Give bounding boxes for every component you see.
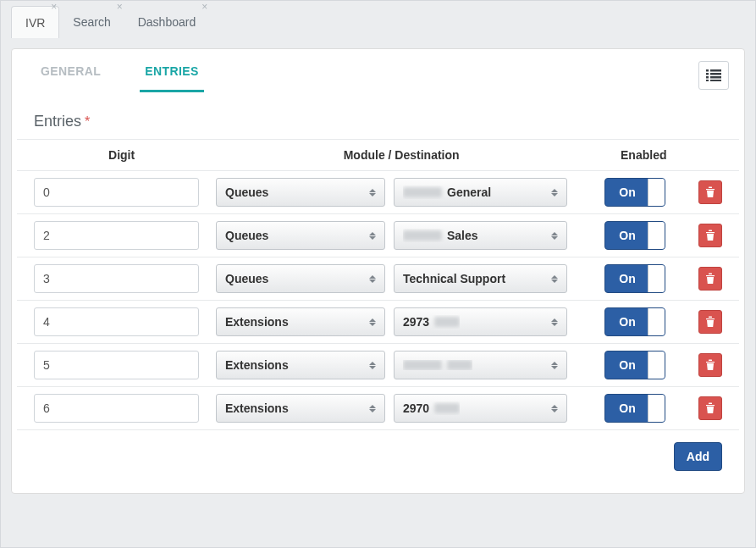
module-select[interactable]: Queues bbox=[216, 178, 385, 207]
enabled-toggle[interactable]: On bbox=[604, 221, 665, 250]
chevron-updown-icon bbox=[369, 229, 379, 242]
required-star: * bbox=[85, 114, 90, 130]
close-icon[interactable]: × bbox=[117, 2, 123, 12]
digit-input[interactable] bbox=[34, 351, 199, 379]
svg-rect-14 bbox=[709, 230, 712, 232]
svg-rect-29 bbox=[709, 360, 712, 362]
svg-rect-32 bbox=[711, 364, 712, 368]
svg-rect-5 bbox=[710, 76, 721, 79]
list-icon bbox=[706, 69, 721, 81]
svg-rect-23 bbox=[706, 318, 715, 319]
module-select[interactable]: Extensions bbox=[216, 351, 385, 379]
chevron-updown-icon bbox=[551, 229, 561, 242]
toggle-knob bbox=[648, 265, 665, 292]
digit-input[interactable] bbox=[34, 221, 199, 250]
digit-input[interactable] bbox=[34, 264, 199, 293]
toggle-label: On bbox=[605, 315, 649, 329]
module-select-label: Extensions bbox=[225, 358, 289, 372]
redacted-text bbox=[434, 317, 460, 327]
svg-rect-21 bbox=[710, 278, 711, 282]
tab-general[interactable]: GENERAL bbox=[36, 64, 106, 92]
enabled-toggle[interactable]: On bbox=[604, 178, 665, 207]
module-select[interactable]: Extensions bbox=[216, 394, 385, 423]
destination-select-label: Sales bbox=[403, 229, 478, 242]
table-row: QueuesSalesOn bbox=[17, 214, 739, 257]
tab-entries[interactable]: ENTRIES bbox=[140, 64, 203, 92]
section-title: Entries bbox=[34, 113, 81, 130]
destination-select[interactable]: General bbox=[394, 178, 567, 207]
top-tab-ivr[interactable]: IVR× bbox=[11, 6, 59, 38]
trash-icon bbox=[705, 402, 715, 414]
toggle-knob bbox=[648, 222, 665, 249]
app-frame: IVR×Search×Dashboard× GENERAL ENTRIES bbox=[0, 0, 756, 548]
toggle-label: On bbox=[605, 229, 649, 242]
list-view-button[interactable] bbox=[698, 61, 729, 90]
svg-rect-15 bbox=[709, 235, 709, 239]
top-tab-dashboard[interactable]: Dashboard× bbox=[124, 6, 210, 38]
svg-rect-0 bbox=[706, 69, 709, 72]
module-select[interactable]: Queues bbox=[216, 264, 385, 293]
destination-select[interactable]: Sales bbox=[394, 221, 567, 250]
svg-rect-33 bbox=[706, 405, 715, 406]
module-select[interactable]: Queues bbox=[216, 221, 385, 250]
destination-select[interactable] bbox=[394, 351, 567, 379]
delete-button[interactable] bbox=[698, 310, 722, 334]
delete-button[interactable] bbox=[698, 396, 722, 420]
chevron-updown-icon bbox=[551, 185, 561, 199]
svg-rect-31 bbox=[710, 364, 711, 368]
header-digit: Digit bbox=[34, 148, 209, 162]
destination-text: 2973 bbox=[403, 315, 429, 329]
svg-rect-19 bbox=[709, 274, 712, 275]
trash-icon bbox=[705, 230, 715, 241]
redacted-text bbox=[403, 360, 442, 370]
module-select-label: Extensions bbox=[225, 401, 289, 415]
add-button[interactable]: Add bbox=[674, 442, 722, 471]
svg-rect-10 bbox=[709, 191, 709, 196]
svg-rect-37 bbox=[711, 407, 712, 412]
svg-rect-13 bbox=[706, 232, 715, 233]
close-icon[interactable]: × bbox=[201, 2, 207, 12]
enabled-toggle[interactable]: On bbox=[604, 307, 665, 336]
enabled-toggle[interactable]: On bbox=[604, 394, 665, 423]
svg-rect-16 bbox=[710, 235, 711, 239]
module-select-label: Queues bbox=[225, 272, 268, 285]
top-tab-search[interactable]: Search× bbox=[59, 6, 124, 38]
destination-select[interactable]: 2973 bbox=[394, 307, 567, 336]
chevron-updown-icon bbox=[551, 315, 561, 329]
chevron-updown-icon bbox=[369, 358, 379, 372]
table-row: QueuesTechnical SupportOn bbox=[17, 257, 739, 301]
enabled-toggle[interactable]: On bbox=[604, 351, 665, 379]
svg-rect-2 bbox=[706, 73, 709, 75]
toggle-label: On bbox=[605, 358, 649, 372]
main-panel: GENERAL ENTRIES Entries * Digit bbox=[11, 48, 745, 494]
delete-button[interactable] bbox=[698, 267, 722, 291]
destination-text: Sales bbox=[447, 229, 478, 242]
svg-rect-7 bbox=[710, 80, 721, 81]
enabled-toggle[interactable]: On bbox=[604, 264, 665, 293]
chevron-updown-icon bbox=[551, 401, 561, 415]
delete-button[interactable] bbox=[698, 353, 722, 377]
redacted-text bbox=[403, 230, 442, 241]
toggle-knob bbox=[648, 351, 665, 379]
svg-rect-25 bbox=[709, 321, 709, 325]
toggle-label: On bbox=[605, 185, 649, 199]
inner-tabs: GENERAL ENTRIES bbox=[12, 49, 744, 92]
destination-select[interactable]: Technical Support bbox=[394, 264, 567, 293]
table-body: QueuesGeneralOnQueuesSalesOnQueuesTechni… bbox=[17, 171, 739, 430]
module-select[interactable]: Extensions bbox=[216, 307, 385, 336]
close-icon[interactable]: × bbox=[51, 2, 57, 12]
svg-rect-20 bbox=[709, 278, 709, 282]
table-footer: Add bbox=[17, 430, 739, 486]
digit-input[interactable] bbox=[34, 178, 199, 207]
delete-button[interactable] bbox=[698, 180, 722, 204]
delete-button[interactable] bbox=[698, 224, 722, 247]
table-row: ExtensionsOn bbox=[17, 344, 739, 387]
top-tab-label: Dashboard bbox=[138, 15, 196, 29]
chevron-updown-icon bbox=[551, 358, 561, 372]
digit-input[interactable] bbox=[34, 394, 199, 423]
destination-select[interactable]: 2970 bbox=[394, 394, 567, 423]
header-module: Module / Destination bbox=[209, 148, 593, 162]
digit-input[interactable] bbox=[34, 307, 199, 336]
svg-rect-1 bbox=[710, 69, 721, 72]
svg-rect-34 bbox=[709, 403, 712, 405]
